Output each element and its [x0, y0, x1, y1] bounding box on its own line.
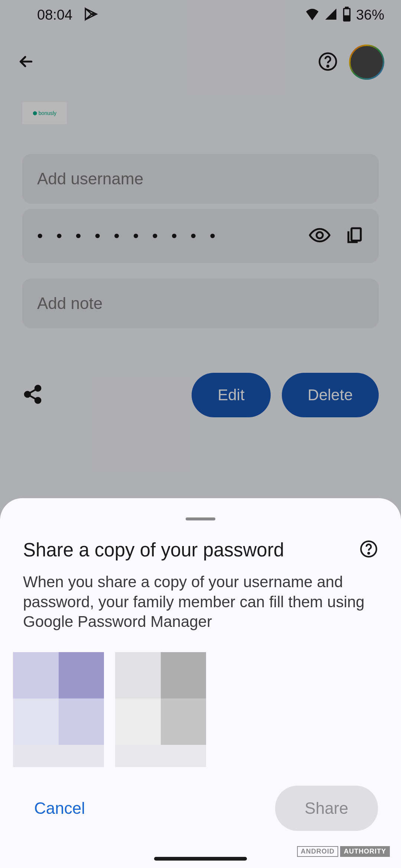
watermark-part2: AUTHORITY [340, 846, 390, 857]
drag-handle[interactable] [186, 517, 215, 520]
help-icon[interactable] [359, 540, 378, 560]
contact-card[interactable] [13, 652, 104, 767]
share-bottom-sheet: Share a copy of your password When you s… [0, 498, 401, 868]
sheet-title: Share a copy of your password [23, 539, 284, 561]
cancel-button[interactable]: Cancel [23, 788, 96, 829]
contact-card[interactable] [115, 652, 206, 767]
sheet-header: Share a copy of your password [0, 539, 401, 561]
watermark-part1: ANDROID [297, 846, 338, 857]
share-button[interactable]: Share [275, 786, 378, 831]
sheet-description: When you share a copy of your username a… [0, 572, 401, 632]
gesture-nav-bar[interactable] [154, 857, 247, 861]
contact-list [0, 652, 401, 767]
sheet-actions: Cancel Share [0, 786, 401, 831]
svg-point-13 [368, 553, 369, 554]
watermark: ANDROID AUTHORITY [297, 846, 390, 857]
